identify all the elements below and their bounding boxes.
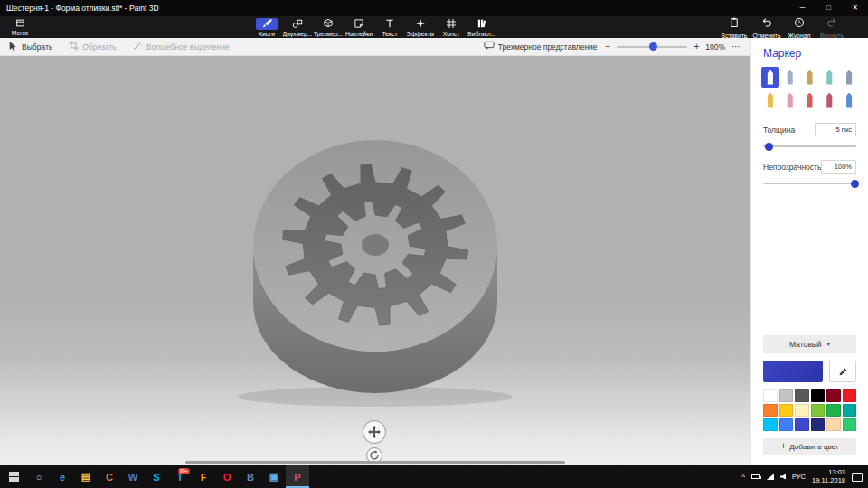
brush-watercolor[interactable] bbox=[820, 67, 838, 88]
history-button[interactable]: Журнал bbox=[783, 16, 816, 38]
opera-icon: O bbox=[223, 472, 231, 483]
stickers-icon bbox=[348, 18, 370, 30]
horizontal-scrollbar[interactable] bbox=[185, 461, 565, 464]
palette-color[interactable] bbox=[826, 404, 841, 417]
palette-color[interactable] bbox=[843, 404, 857, 417]
taskbar-app-chrome[interactable]: C bbox=[98, 465, 121, 488]
tab-brushes[interactable]: Кисти bbox=[251, 16, 282, 38]
brush-spray-can[interactable] bbox=[820, 89, 838, 110]
palette-color[interactable] bbox=[763, 404, 778, 417]
palette-color[interactable] bbox=[795, 404, 809, 417]
palette-color[interactable] bbox=[763, 389, 778, 402]
tab-effects[interactable]: Эффекты bbox=[405, 16, 436, 38]
tab-canvas[interactable]: Холст bbox=[436, 16, 467, 38]
watercolor-icon bbox=[826, 70, 833, 85]
file-explorer-icon: ▤ bbox=[81, 471, 90, 483]
brush-oil-brush[interactable] bbox=[801, 67, 819, 88]
brush-calligraphy-pen[interactable] bbox=[781, 67, 799, 88]
taskbar-app-edge[interactable]: e bbox=[51, 465, 74, 488]
clock[interactable]: 13:03 19.11.2018 bbox=[812, 469, 845, 484]
crop-tool[interactable]: Обрезать bbox=[61, 38, 125, 55]
more-options-button[interactable]: ⋯ bbox=[731, 42, 741, 52]
palette-color[interactable] bbox=[795, 389, 809, 402]
brush-fill[interactable] bbox=[840, 89, 858, 110]
palette-color[interactable] bbox=[779, 418, 794, 431]
brush-pixel-pen[interactable] bbox=[840, 67, 858, 88]
canvas-3d-viewport[interactable] bbox=[0, 56, 750, 465]
brush-eraser[interactable] bbox=[781, 89, 799, 110]
brush-panel: Маркер Толщина 5 пкс Непрозрачность 100%… bbox=[750, 38, 868, 465]
palette-color[interactable] bbox=[843, 418, 857, 431]
taskbar-app-skype[interactable]: S bbox=[145, 465, 168, 488]
taskbar-app-telegram[interactable]: T99+ bbox=[168, 465, 192, 488]
tab-label: Двухмер... bbox=[283, 31, 313, 37]
magic-wand-icon bbox=[133, 41, 143, 52]
brush-pencil[interactable] bbox=[761, 89, 779, 110]
taskbar-app-opera[interactable]: O bbox=[215, 465, 239, 488]
battery-icon[interactable] bbox=[751, 474, 760, 479]
add-color-button[interactable]: + Добавить цвет bbox=[763, 438, 856, 455]
action-center-icon[interactable] bbox=[852, 473, 863, 482]
tab-label: Эффекты bbox=[407, 31, 435, 37]
brush-marker[interactable] bbox=[761, 67, 779, 88]
paste-button[interactable]: Вставить bbox=[718, 16, 750, 38]
3d-view-toggle[interactable]: Трехмерное представление bbox=[476, 38, 606, 55]
palette-color[interactable] bbox=[795, 418, 809, 431]
network-icon[interactable] bbox=[767, 474, 774, 480]
palette-color[interactable] bbox=[826, 418, 841, 431]
opacity-input[interactable]: 100% bbox=[821, 160, 856, 174]
photos-icon: ▣ bbox=[269, 471, 278, 483]
material-dropdown[interactable]: Матовый ▾ bbox=[763, 335, 856, 353]
taskbar-app-search[interactable]: ○ bbox=[27, 465, 51, 488]
taskbar-app-firefox[interactable]: F bbox=[192, 465, 215, 488]
start-button[interactable] bbox=[0, 465, 27, 488]
palette-color[interactable] bbox=[763, 418, 778, 431]
menu-button[interactable]: Меню bbox=[0, 16, 40, 38]
brush-icon bbox=[256, 18, 278, 30]
tab-text[interactable]: Текст bbox=[374, 16, 405, 38]
tray-expand-button[interactable]: ^ bbox=[741, 473, 745, 481]
palette-color[interactable] bbox=[811, 389, 826, 402]
zoom-out-button[interactable]: − bbox=[606, 42, 611, 52]
zoom-slider-handle[interactable] bbox=[649, 42, 657, 51]
opacity-slider[interactable] bbox=[763, 183, 856, 184]
current-color-swatch[interactable] bbox=[763, 361, 823, 382]
palette-color[interactable] bbox=[811, 404, 826, 417]
taskbar-app-file-explorer[interactable]: ▤ bbox=[74, 465, 98, 488]
palette-color[interactable] bbox=[826, 389, 841, 402]
tab-stickers[interactable]: Наклейки bbox=[344, 16, 374, 38]
tab-library[interactable]: Библиот... bbox=[467, 16, 497, 38]
language-indicator[interactable]: РУС bbox=[792, 473, 806, 481]
palette-color[interactable] bbox=[779, 404, 794, 417]
maximize-button[interactable]: □ bbox=[816, 0, 842, 16]
redo-button[interactable]: Вернуть bbox=[816, 16, 848, 38]
brush-grid bbox=[761, 67, 858, 110]
minimize-button[interactable]: ─ bbox=[789, 0, 816, 16]
3d-view-label: Трехмерное представление bbox=[498, 42, 598, 52]
tab-3d-shapes[interactable]: Трехмер... bbox=[313, 16, 344, 38]
palette-color[interactable] bbox=[843, 389, 857, 402]
taskbar-app-vk[interactable]: В bbox=[239, 465, 262, 488]
magic-select-tool[interactable]: Волшебное выделение bbox=[125, 38, 238, 55]
palette-color[interactable] bbox=[811, 418, 826, 431]
text-icon bbox=[379, 18, 401, 30]
thickness-input[interactable]: 5 пкс bbox=[815, 123, 856, 136]
zoom-slider[interactable] bbox=[617, 46, 687, 48]
volume-icon[interactable] bbox=[780, 474, 786, 480]
taskbar-app-word[interactable]: W bbox=[121, 465, 145, 488]
thickness-slider[interactable] bbox=[763, 145, 856, 147]
close-button[interactable]: ✕ bbox=[842, 0, 868, 16]
taskbar-app-photos[interactable]: ▣ bbox=[262, 465, 286, 488]
opacity-slider-handle[interactable] bbox=[851, 180, 859, 188]
eyedropper-button[interactable] bbox=[829, 361, 856, 382]
zoom-in-button[interactable]: + bbox=[693, 42, 699, 52]
palette-color[interactable] bbox=[779, 389, 794, 402]
select-tool[interactable]: Выбрать bbox=[0, 38, 61, 55]
orbit-control-button[interactable] bbox=[363, 420, 386, 444]
taskbar-app-paint3d[interactable]: P bbox=[286, 465, 309, 488]
undo-button[interactable]: Отменить bbox=[750, 16, 783, 38]
brush-crayon[interactable] bbox=[801, 89, 819, 110]
tab-2d-shapes[interactable]: Двухмер... bbox=[282, 16, 313, 38]
date: 19.11.2018 bbox=[812, 477, 845, 485]
thickness-slider-handle[interactable] bbox=[765, 143, 773, 151]
